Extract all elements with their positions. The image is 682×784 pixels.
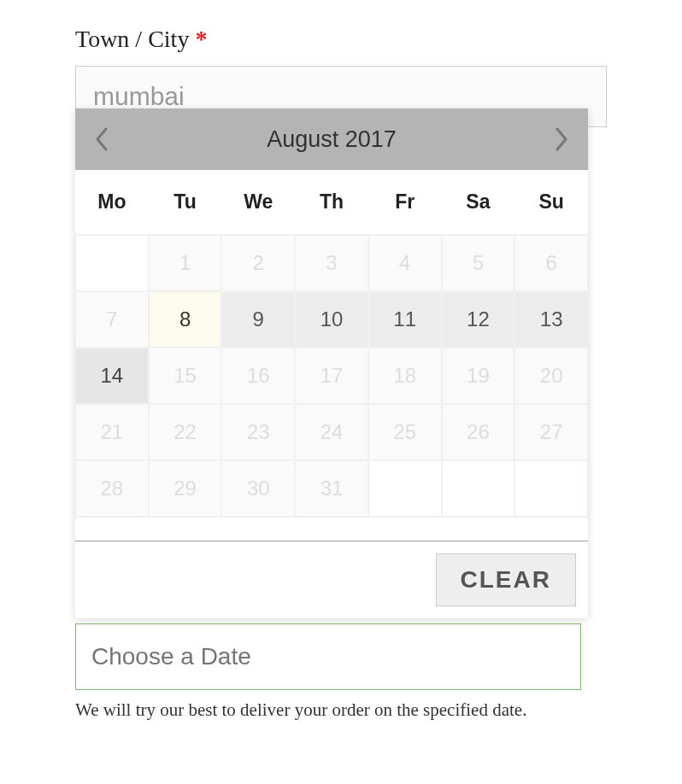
day-cell[interactable]: 11 <box>368 291 442 348</box>
day-cell: 5 <box>442 235 515 291</box>
weekday-row: MoTuWeThFrSaSu <box>75 170 588 235</box>
day-cell: 6 <box>514 235 588 291</box>
required-indicator: * <box>195 26 207 52</box>
weekday-header: Fr <box>368 170 442 235</box>
day-cell[interactable]: 14 <box>75 348 149 404</box>
datepicker: August 2017 MoTuWeThFrSaSu 1234567891011… <box>75 108 588 618</box>
day-cell: 29 <box>149 460 222 517</box>
day-cell: 28 <box>75 460 149 517</box>
day-cell: 22 <box>149 404 222 460</box>
chevron-left-icon <box>94 126 111 153</box>
day-empty <box>75 235 149 291</box>
prev-month-button[interactable] <box>94 126 111 153</box>
date-input[interactable] <box>75 623 581 690</box>
day-cell[interactable]: 12 <box>442 291 515 348</box>
day-cell: 26 <box>442 404 515 460</box>
help-text: We will try our best to deliver your ord… <box>75 697 585 724</box>
month-year-title[interactable]: August 2017 <box>267 126 397 153</box>
weekday-header: Th <box>295 170 368 235</box>
day-cell[interactable]: 9 <box>221 291 295 348</box>
day-cell: 3 <box>295 235 368 291</box>
day-cell: 21 <box>75 404 149 460</box>
day-empty <box>442 460 515 517</box>
day-cell: 17 <box>295 348 368 404</box>
datepicker-footer: CLEAR <box>75 541 588 618</box>
day-cell: 18 <box>368 348 442 404</box>
chevron-right-icon <box>552 126 569 153</box>
day-cell: 23 <box>221 404 295 460</box>
clear-button[interactable]: CLEAR <box>436 553 576 606</box>
day-cell: 15 <box>149 348 222 404</box>
day-cell: 27 <box>514 404 588 460</box>
day-cell: 30 <box>221 460 295 517</box>
day-cell: 2 <box>221 235 295 291</box>
day-cell[interactable]: 13 <box>514 291 588 348</box>
day-empty <box>514 460 588 517</box>
weekday-header: We <box>221 170 295 235</box>
weekday-header: Su <box>514 170 588 235</box>
day-cell: 31 <box>295 460 368 517</box>
day-cell: 7 <box>75 291 149 348</box>
day-cell: 20 <box>514 348 588 404</box>
footer-spacer <box>75 517 588 541</box>
label-text: Town / City <box>75 26 189 52</box>
weekday-header: Tu <box>149 170 222 235</box>
day-cell: 4 <box>368 235 442 291</box>
day-cell[interactable]: 10 <box>295 291 368 348</box>
days-grid: 1234567891011121314151617181920212223242… <box>75 235 588 517</box>
next-month-button[interactable] <box>552 126 569 153</box>
weekday-header: Mo <box>75 170 149 235</box>
day-cell: 25 <box>368 404 442 460</box>
weekday-header: Sa <box>442 170 515 235</box>
day-cell: 19 <box>442 348 515 404</box>
day-cell: 24 <box>295 404 368 460</box>
day-cell[interactable]: 8 <box>149 291 222 348</box>
day-empty <box>368 460 442 517</box>
town-city-label: Town / City * <box>75 26 607 53</box>
datepicker-header: August 2017 <box>75 108 588 170</box>
day-cell: 1 <box>149 235 222 291</box>
day-cell: 16 <box>221 348 295 404</box>
